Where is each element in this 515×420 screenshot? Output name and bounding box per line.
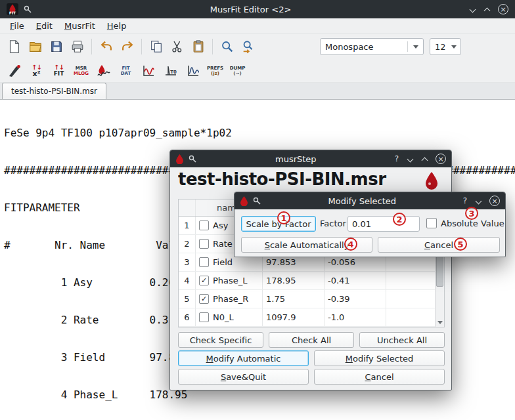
plot-icon xyxy=(141,64,156,78)
row-checkbox[interactable] xyxy=(199,220,209,230)
musrview-drop-icon xyxy=(97,64,111,78)
scroll-down-arrow[interactable] xyxy=(436,318,444,327)
row-checkbox[interactable] xyxy=(199,312,209,322)
swap-msr-mlog-button[interactable]: MSRMLOG xyxy=(71,60,91,81)
t0-button[interactable]: T0 xyxy=(160,60,181,81)
modify-automatic-button[interactable]: Modify Automatic xyxy=(178,350,309,366)
minimize-icon[interactable] xyxy=(407,156,413,162)
uncheck-all-button[interactable]: Uncheck All xyxy=(359,332,445,348)
find-button[interactable] xyxy=(217,37,237,57)
help-icon[interactable]: ? xyxy=(463,196,467,205)
paste-button[interactable] xyxy=(188,37,208,57)
font-family-value: Monospace xyxy=(325,42,402,52)
musrfit-toolbar: ↑↓x² ↑↓FIT MSRMLOG FITDAT T0 PREFS(jz) D… xyxy=(0,59,515,83)
table-row[interactable]: 6 N0_L 1097.9 -1.0 xyxy=(179,308,435,327)
musrview-button[interactable] xyxy=(93,60,114,81)
musrfit-drop-icon xyxy=(240,196,248,206)
font-size-combo[interactable]: 12 xyxy=(430,38,461,55)
font-family-combo[interactable]: Monospace xyxy=(320,38,424,55)
svg-text:T0: T0 xyxy=(170,70,177,75)
redo-button[interactable] xyxy=(117,37,137,57)
open-file-button[interactable] xyxy=(25,37,45,57)
menubar: File Edit MusrFit Help xyxy=(0,18,515,34)
close-icon[interactable]: × xyxy=(436,154,446,164)
clipboard-paste-icon xyxy=(191,39,206,54)
factor-label: Factor xyxy=(320,219,346,228)
save-quit-button[interactable]: Save&Quit xyxy=(178,369,309,385)
chevron-down-icon xyxy=(413,45,418,49)
cancel-button[interactable]: Cancel xyxy=(378,237,500,253)
musr-wizard-button[interactable] xyxy=(4,60,24,81)
copy-icon xyxy=(149,39,164,54)
factor-input[interactable] xyxy=(347,216,420,232)
row-checkbox[interactable] xyxy=(199,239,209,249)
app-icon: FIT xyxy=(7,3,18,15)
toolbar-separator xyxy=(141,39,142,54)
pin-icon[interactable] xyxy=(24,5,32,14)
pen-icon xyxy=(7,64,22,78)
print-button[interactable] xyxy=(67,37,87,57)
maximize-icon[interactable] xyxy=(483,6,490,12)
copy-button[interactable] xyxy=(146,37,166,57)
menu-edit[interactable]: Edit xyxy=(30,19,58,33)
annotation-circle-2: 2 xyxy=(393,213,406,226)
undo-icon xyxy=(99,39,114,54)
minimize-icon[interactable] xyxy=(469,6,476,12)
cancel-button[interactable]: Cancel xyxy=(314,369,445,385)
annotation-circle-3: 3 xyxy=(465,207,478,220)
find-replace-button[interactable] xyxy=(238,37,258,57)
modify-titlebar: Modify Selected ? × xyxy=(235,192,505,209)
menu-file[interactable]: File xyxy=(4,19,30,33)
close-icon[interactable]: × xyxy=(498,4,508,14)
svg-text:FIT: FIT xyxy=(9,10,16,15)
menu-help[interactable]: Help xyxy=(101,19,133,33)
calc-chisq-button[interactable]: ↑↓x² xyxy=(26,60,47,81)
annotation-circle-4: 4 xyxy=(344,238,357,251)
table-row[interactable]: 4 ✓Phase_L 178.95 -0.41 xyxy=(179,272,435,290)
absolute-value-checkbox[interactable] xyxy=(426,218,437,228)
modify-selected-dialog: Modify Selected ? × Scale by Factor Fact… xyxy=(234,192,506,257)
plot-button[interactable] xyxy=(138,60,158,81)
check-all-button[interactable]: Check All xyxy=(269,332,354,348)
search-icon xyxy=(220,39,235,54)
msr-file-heading: test-histo-PSI-BIN.msr xyxy=(178,169,386,189)
new-file-button[interactable] xyxy=(4,37,24,57)
check-specific-button[interactable]: Check Specific xyxy=(178,332,263,348)
pin-icon[interactable] xyxy=(253,197,261,205)
dump-button[interactable]: DUMP(¬) xyxy=(227,60,248,81)
maximize-icon[interactable] xyxy=(421,156,428,162)
modify-selected-button[interactable]: Modify Selected xyxy=(314,350,445,366)
file-toolbar: Monospace 12 xyxy=(0,34,515,59)
plot-fourier-button[interactable] xyxy=(183,60,203,81)
start-fit-button[interactable]: ↑↓FIT xyxy=(49,60,69,81)
minimize-icon[interactable] xyxy=(475,198,481,204)
toolbar-separator xyxy=(91,39,92,54)
menu-musrfit[interactable]: MusrFit xyxy=(58,19,101,33)
tab-msr-file[interactable]: test-histo-PSI-BIN.msr xyxy=(2,83,106,99)
undo-button[interactable] xyxy=(96,37,116,57)
fourier-plot-icon xyxy=(186,64,200,78)
search-replace-icon xyxy=(241,39,256,54)
floppy-save-icon xyxy=(49,39,64,54)
scissors-icon xyxy=(170,39,185,54)
font-size-value: 12 xyxy=(435,42,446,52)
row-checkbox[interactable]: ✓ xyxy=(199,276,209,285)
window-controls: × xyxy=(469,4,508,14)
close-icon[interactable]: × xyxy=(489,196,500,206)
printer-icon xyxy=(70,39,85,54)
fit-data-button[interactable]: FITDAT xyxy=(116,60,136,81)
help-icon[interactable]: ? xyxy=(395,154,399,163)
musrfit-editor-window: { "window": { "title": "MusrFit Editor <… xyxy=(0,0,515,420)
save-button[interactable] xyxy=(46,37,66,57)
musrfit-drop-icon xyxy=(175,154,184,164)
row-checkbox[interactable]: ✓ xyxy=(199,294,209,304)
pin-icon[interactable] xyxy=(189,155,197,163)
musrstep-dialog: musrStep ? × test-histo-PSI-BIN.msr name… xyxy=(169,150,452,390)
table-row[interactable]: 5 ✓Phase_R 1.75 -0.39 xyxy=(179,290,435,308)
window-title: MusrFit Editor <2> xyxy=(37,5,464,14)
cut-button[interactable] xyxy=(167,37,187,57)
row-checkbox[interactable] xyxy=(199,257,209,267)
t0-spike-icon: T0 xyxy=(164,64,178,78)
prefs-button[interactable]: PREFS(jz) xyxy=(205,60,225,81)
chevron-down-icon xyxy=(451,45,457,49)
